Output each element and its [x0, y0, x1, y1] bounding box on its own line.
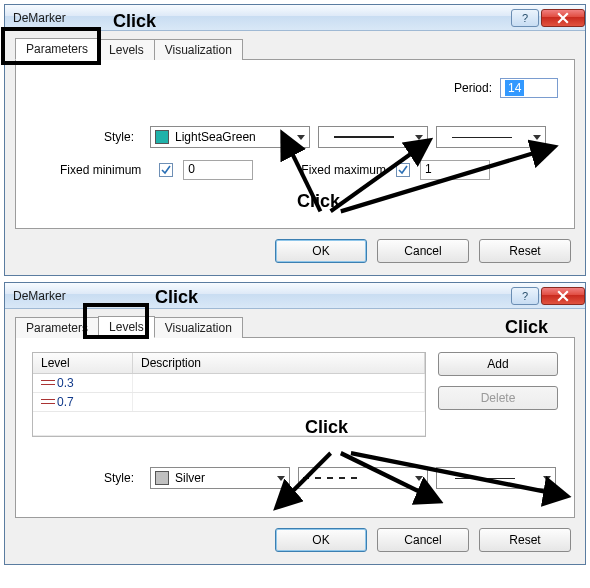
fixed-min-label: Fixed minimum: [60, 163, 149, 177]
fixed-max-label: Fixed maximum: [301, 163, 386, 177]
style-label: Style:: [32, 471, 142, 485]
window-title: DeMarker: [13, 289, 509, 303]
levels-panel: Level Description 0.3 0.7: [15, 337, 575, 518]
chevron-down-icon: [277, 476, 285, 481]
color-combo[interactable]: Silver: [150, 467, 290, 489]
reset-button[interactable]: Reset: [479, 239, 571, 263]
color-name: Silver: [175, 471, 205, 485]
chevron-down-icon: [415, 135, 423, 140]
period-label: Period:: [454, 81, 500, 95]
parameters-panel: Period: 14 Style: LightSeaGreen: [15, 59, 575, 229]
tab-visualization[interactable]: Visualization: [154, 39, 243, 60]
fixed-max-input[interactable]: 1: [420, 160, 490, 180]
table-row[interactable]: 0.3: [33, 374, 425, 393]
style-label: Style:: [32, 130, 142, 144]
col-description[interactable]: Description: [133, 353, 425, 373]
line-thin-icon: [455, 478, 515, 479]
cancel-button[interactable]: Cancel: [377, 239, 469, 263]
chevron-down-icon: [415, 476, 423, 481]
dialog-demarker-levels: DeMarker ? Parameters Levels Visualizati…: [4, 282, 586, 565]
titlebar: DeMarker ?: [5, 5, 585, 31]
help-button[interactable]: ?: [511, 9, 539, 27]
ok-button[interactable]: OK: [275, 528, 367, 552]
add-button[interactable]: Add: [438, 352, 558, 376]
chevron-down-icon: [533, 135, 541, 140]
levels-grid: Level Description 0.3 0.7: [32, 352, 426, 437]
delete-button[interactable]: Delete: [438, 386, 558, 410]
fixed-max-checkbox[interactable]: [396, 163, 410, 177]
table-row[interactable]: 0.7: [33, 393, 425, 412]
color-swatch: [155, 471, 169, 485]
color-combo[interactable]: LightSeaGreen: [150, 126, 310, 148]
tabstrip: Parameters Levels Visualization: [15, 37, 575, 59]
close-button[interactable]: [541, 9, 585, 27]
line-dashed-icon: [303, 477, 363, 479]
tab-visualization[interactable]: Visualization: [154, 317, 243, 338]
grid-header: Level Description: [33, 353, 425, 374]
reset-button[interactable]: Reset: [479, 528, 571, 552]
close-button[interactable]: [541, 287, 585, 305]
window-title: DeMarker: [13, 11, 509, 25]
tab-levels[interactable]: Levels: [98, 39, 155, 60]
button-row: OK Cancel Reset: [15, 518, 575, 554]
check-icon: [398, 165, 408, 175]
linestyle-combo[interactable]: [298, 467, 428, 489]
chevron-down-icon: [543, 476, 551, 481]
button-row: OK Cancel Reset: [15, 229, 575, 265]
ok-button[interactable]: OK: [275, 239, 367, 263]
color-swatch: [155, 130, 169, 144]
tab-levels[interactable]: Levels: [98, 316, 155, 338]
tab-parameters[interactable]: Parameters: [15, 317, 99, 338]
titlebar: DeMarker ?: [5, 283, 585, 309]
check-icon: [161, 165, 171, 175]
line-thin-icon: [452, 137, 512, 138]
level-line-icon: [41, 398, 55, 406]
help-button[interactable]: ?: [511, 287, 539, 305]
chevron-down-icon: [297, 135, 305, 140]
cancel-button[interactable]: Cancel: [377, 528, 469, 552]
close-icon: [557, 290, 569, 302]
table-row-empty: [33, 412, 425, 436]
fixed-min-checkbox[interactable]: [159, 163, 173, 177]
period-input[interactable]: 14: [500, 78, 558, 98]
color-name: LightSeaGreen: [175, 130, 256, 144]
tab-parameters[interactable]: Parameters: [15, 38, 99, 60]
linewidth-combo[interactable]: [436, 467, 556, 489]
tabstrip: Parameters Levels Visualization: [15, 315, 575, 337]
linestyle-combo[interactable]: [318, 126, 428, 148]
grid-body: 0.3 0.7: [33, 374, 425, 436]
close-icon: [557, 12, 569, 24]
linewidth-combo[interactable]: [436, 126, 546, 148]
col-level[interactable]: Level: [33, 353, 133, 373]
line-solid-icon: [334, 136, 394, 138]
side-buttons: Add Delete: [438, 352, 558, 410]
dialog-demarker-parameters: DeMarker ? Parameters Levels Visualizati…: [4, 4, 586, 276]
level-line-icon: [41, 379, 55, 387]
fixed-min-input[interactable]: 0: [183, 160, 253, 180]
